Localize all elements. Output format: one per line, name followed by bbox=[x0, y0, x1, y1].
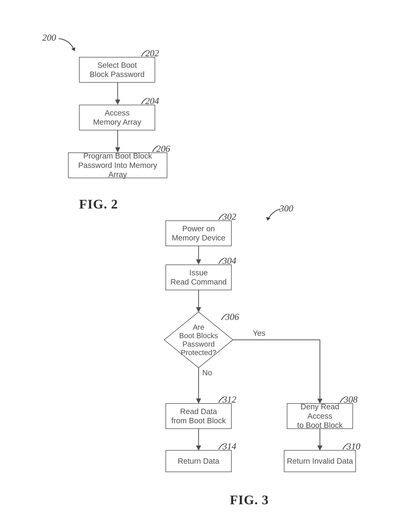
ref-314-tick bbox=[218, 443, 225, 451]
block-206: Program Boot Block Password Into Memory … bbox=[68, 152, 167, 178]
ref-204-tick bbox=[140, 98, 148, 105]
ref-304-tick bbox=[218, 258, 225, 265]
block-312-line1: Read Data bbox=[180, 407, 217, 416]
fig3-caption: FIG. 3 bbox=[230, 492, 269, 508]
ref-200: 200 bbox=[42, 32, 56, 43]
block-204-line2: Memory Array bbox=[93, 118, 141, 127]
block-206-line1: Program Boot Block bbox=[83, 151, 152, 161]
ref-202-tick bbox=[140, 50, 148, 57]
block-308: Deny Read Access to Boot Block bbox=[287, 403, 353, 429]
block-304-line1: Issue bbox=[189, 268, 208, 277]
svg-marker-15 bbox=[196, 446, 201, 451]
svg-marker-5 bbox=[266, 217, 271, 220]
block-306-line1: Are bbox=[193, 323, 204, 331]
arrow-312-314 bbox=[195, 429, 202, 452]
block-302: Power on Memory Device bbox=[166, 220, 232, 246]
fig2-caption: FIG. 2 bbox=[79, 197, 118, 212]
block-202-line2: Block Password bbox=[90, 70, 145, 79]
block-204: Access Memory Array bbox=[79, 105, 155, 130]
ref-206-tick bbox=[152, 146, 159, 153]
block-308-line2: to Boot Block bbox=[297, 421, 342, 430]
block-312-line2: from Boot Block bbox=[171, 416, 226, 425]
svg-marker-13 bbox=[196, 399, 201, 404]
block-314-line1: Return Data bbox=[178, 456, 219, 466]
block-312: Read Data from Boot Block bbox=[166, 403, 232, 429]
ref-308-tick bbox=[339, 396, 346, 404]
arrow-308-310 bbox=[316, 429, 323, 452]
svg-marker-2 bbox=[115, 100, 120, 105]
arrow-202-204 bbox=[114, 83, 121, 106]
block-204-line1: Access bbox=[105, 108, 129, 118]
arrow-302-304 bbox=[195, 246, 202, 266]
block-306-line3: Password bbox=[182, 340, 215, 348]
edge-no-label: No bbox=[202, 368, 212, 377]
arrow-204-206 bbox=[114, 130, 121, 154]
ref-306-tick bbox=[220, 314, 228, 321]
arrow-306-312 bbox=[195, 368, 202, 405]
edge-yes-label: Yes bbox=[253, 329, 265, 338]
block-308-line1: Deny Read Access bbox=[288, 402, 351, 421]
ref-312-tick bbox=[218, 396, 225, 404]
block-202: Select Boot Block Password bbox=[79, 57, 155, 83]
block-310-line1: Return Invalid Data bbox=[287, 456, 353, 466]
ref-200-arrow bbox=[57, 37, 79, 55]
block-302-line1: Power on bbox=[182, 224, 215, 233]
svg-marker-7 bbox=[196, 259, 201, 265]
block-304-line2: Read Command bbox=[170, 277, 227, 286]
block-310: Return Invalid Data bbox=[284, 450, 356, 472]
arrow-304-306 bbox=[195, 290, 202, 314]
block-314: Return Data bbox=[166, 450, 232, 472]
block-302-line2: Memory Device bbox=[172, 233, 225, 242]
block-306-line2: Boot Blocks bbox=[179, 331, 218, 340]
block-206-line2: Password Into Memory Array bbox=[70, 161, 166, 179]
ref-310-tick bbox=[342, 443, 349, 451]
ref-300-arrow bbox=[266, 208, 284, 224]
arrow-306-308 bbox=[233, 340, 329, 406]
block-202-line1: Select Boot bbox=[98, 61, 137, 70]
block-306-line4: Protected? bbox=[181, 348, 216, 357]
svg-marker-17 bbox=[317, 446, 322, 451]
block-304: Issue Read Command bbox=[166, 265, 232, 290]
ref-302-tick bbox=[218, 214, 225, 221]
